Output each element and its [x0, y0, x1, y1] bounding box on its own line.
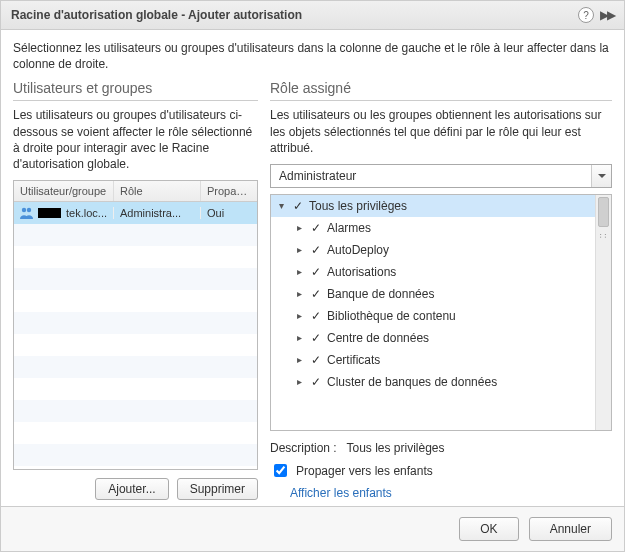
- propagate-label[interactable]: Propager vers les enfants: [296, 464, 433, 478]
- tree-item[interactable]: ▸✓Certificats: [271, 349, 595, 371]
- description-value: Tous les privilèges: [347, 441, 445, 455]
- table-row[interactable]: [14, 422, 257, 444]
- table-row[interactable]: [14, 290, 257, 312]
- tree-item-label: Bibliothèque de contenu: [327, 309, 456, 323]
- role-select[interactable]: Administrateur: [270, 164, 612, 188]
- checkmark-icon: ✓: [311, 287, 321, 301]
- tree-item-label: Certificats: [327, 353, 380, 367]
- chevron-right-icon[interactable]: ▸: [297, 310, 305, 321]
- col-propagate[interactable]: Propager: [201, 181, 257, 201]
- dialog-title: Racine d'autorisation globale - Ajouter …: [11, 8, 302, 22]
- tree-item[interactable]: ▸✓Autorisations: [271, 261, 595, 283]
- description-row: Description : Tous les privilèges: [270, 431, 612, 455]
- tree-item[interactable]: ▸✓Bibliothèque de contenu: [271, 305, 595, 327]
- ok-button[interactable]: OK: [459, 517, 518, 541]
- table-row[interactable]: [14, 356, 257, 378]
- scrollbar[interactable]: ::: [595, 195, 611, 430]
- checkmark-icon: ✓: [311, 265, 321, 279]
- chevron-right-icon[interactable]: ▸: [297, 354, 305, 365]
- left-desc: Les utilisateurs ou groupes d'utilisateu…: [13, 107, 258, 172]
- svg-point-0: [22, 208, 26, 212]
- tree-item[interactable]: ▸✓AutoDeploy: [271, 239, 595, 261]
- checkmark-icon: ✓: [311, 243, 321, 257]
- description-label: Description :: [270, 441, 337, 455]
- tree-item-label: Banque de données: [327, 287, 434, 301]
- table-row[interactable]: [14, 224, 257, 246]
- tree-item-label: Autorisations: [327, 265, 396, 279]
- user-cell: tek.loc...: [66, 207, 107, 219]
- tree-item-label: Centre de données: [327, 331, 429, 345]
- scrollbar-thumb[interactable]: [598, 197, 609, 227]
- chevron-right-icon[interactable]: ▸: [297, 222, 305, 233]
- scrollbar-grip-icon: ::: [598, 233, 609, 239]
- table-row[interactable]: [14, 246, 257, 268]
- left-heading: Utilisateurs et groupes: [13, 80, 258, 101]
- titlebar: Racine d'autorisation globale - Ajouter …: [1, 1, 624, 30]
- footer: OK Annuler: [1, 506, 624, 551]
- help-icon[interactable]: ?: [578, 7, 594, 23]
- cancel-button[interactable]: Annuler: [529, 517, 612, 541]
- col-role[interactable]: Rôle: [114, 181, 201, 201]
- right-desc: Les utilisateurs ou les groupes obtienne…: [270, 107, 612, 156]
- table-header: Utilisateur/groupe Rôle Propager: [14, 181, 257, 202]
- table-row[interactable]: [14, 378, 257, 400]
- tree-item[interactable]: ▸✓Banque de données: [271, 283, 595, 305]
- checkmark-icon: ✓: [311, 331, 321, 345]
- table-row[interactable]: [14, 268, 257, 290]
- checkmark-icon: ✓: [311, 309, 321, 323]
- chevron-down-icon[interactable]: [591, 165, 611, 187]
- tree-scroll[interactable]: ▾✓Tous les privilèges▸✓Alarmes▸✓AutoDepl…: [271, 195, 595, 430]
- chevron-right-icon[interactable]: ▸: [297, 332, 305, 343]
- checkmark-icon: ✓: [311, 353, 321, 367]
- show-children-link[interactable]: Afficher les enfants: [290, 486, 392, 500]
- privileges-tree: ▾✓Tous les privilèges▸✓Alarmes▸✓AutoDepl…: [270, 194, 612, 431]
- tree-item[interactable]: ▸✓Centre de données: [271, 327, 595, 349]
- tree-item-label: Tous les privilèges: [309, 199, 407, 213]
- remove-button[interactable]: Supprimer: [177, 478, 258, 500]
- chevron-down-icon[interactable]: ▾: [279, 200, 287, 211]
- tree-item[interactable]: ▸✓Cluster de banques de données: [271, 371, 595, 393]
- redacted: [38, 208, 61, 218]
- tree-item[interactable]: ▾✓Tous les privilèges: [271, 195, 595, 217]
- users-icon: [20, 207, 34, 219]
- table-row[interactable]: [14, 444, 257, 466]
- chevron-right-icon[interactable]: ▸: [297, 266, 305, 277]
- tree-item[interactable]: ▸✓Alarmes: [271, 217, 595, 239]
- table-row[interactable]: [14, 334, 257, 356]
- checkmark-icon: ✓: [311, 221, 321, 235]
- table-row[interactable]: [14, 400, 257, 422]
- table-body[interactable]: tek.loc...Administra...Oui: [14, 202, 257, 469]
- expand-icon[interactable]: ▶▶: [600, 8, 614, 22]
- role-cell: Administra...: [114, 207, 201, 219]
- tree-item-label: Cluster de banques de données: [327, 375, 497, 389]
- col-user[interactable]: Utilisateur/groupe: [14, 181, 114, 201]
- tree-item-label: Alarmes: [327, 221, 371, 235]
- intro-text: Sélectionnez les utilisateurs ou groupes…: [1, 30, 624, 80]
- tree-item-label: AutoDeploy: [327, 243, 389, 257]
- propagate-cell: Oui: [201, 207, 257, 219]
- svg-point-1: [27, 208, 31, 212]
- role-select-value: Administrateur: [271, 165, 591, 187]
- chevron-right-icon[interactable]: ▸: [297, 376, 305, 387]
- propagate-checkbox[interactable]: [274, 464, 287, 477]
- add-button[interactable]: Ajouter...: [95, 478, 168, 500]
- right-heading: Rôle assigné: [270, 80, 612, 101]
- chevron-right-icon[interactable]: ▸: [297, 244, 305, 255]
- dialog: Racine d'autorisation globale - Ajouter …: [0, 0, 625, 552]
- users-table: Utilisateur/groupe Rôle Propager tek.loc…: [13, 180, 258, 470]
- checkmark-icon: ✓: [311, 375, 321, 389]
- checkmark-icon: ✓: [293, 199, 303, 213]
- chevron-right-icon[interactable]: ▸: [297, 288, 305, 299]
- table-row[interactable]: tek.loc...Administra...Oui: [14, 202, 257, 224]
- propagate-row: Propager vers les enfants: [270, 455, 612, 480]
- table-row[interactable]: [14, 312, 257, 334]
